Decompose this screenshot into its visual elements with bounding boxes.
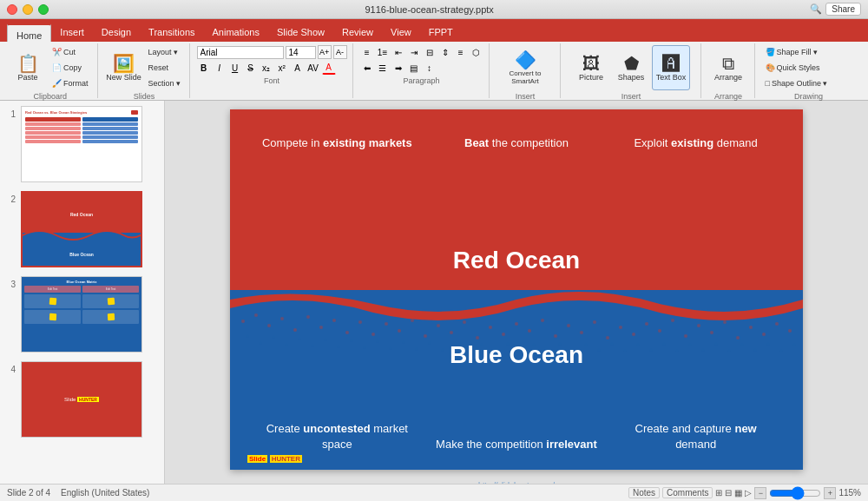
view-slideshow-icon[interactable]: ▷ — [745, 488, 752, 498]
minimize-button[interactable] — [23, 4, 33, 15]
svg-point-23 — [541, 319, 544, 322]
superscript-button[interactable]: x² — [275, 61, 289, 75]
line-spacing-button[interactable]: ↕ — [423, 61, 437, 75]
svg-point-34 — [684, 334, 687, 338]
list-number-button[interactable]: 1≡ — [376, 45, 390, 59]
view-normal-icon[interactable]: ⊞ — [715, 488, 722, 498]
svg-point-24 — [554, 334, 557, 338]
tab-insert[interactable]: Insert — [51, 23, 93, 42]
svg-point-53 — [377, 340, 379, 343]
language-indicator: English (United States) — [61, 488, 149, 498]
font-size-increase[interactable]: A+ — [318, 45, 332, 59]
paragraph-row1: ≡ 1≡ ⇤ ⇥ ⊟ ⇕ ≡ ⬡ — [360, 45, 483, 59]
close-button[interactable] — [7, 4, 17, 15]
zoom-in-button[interactable]: + — [824, 487, 836, 499]
list-bullet-button[interactable]: ≡ — [360, 45, 374, 59]
svg-point-10 — [372, 333, 375, 336]
maximize-button[interactable] — [38, 4, 49, 15]
group-clipboard: 📋 Paste ✂️ Cut 📄 Copy 🖌️ Format — [3, 43, 98, 98]
shape-fill-button[interactable]: 🪣 Shape Fill▾ — [762, 45, 856, 59]
char-spacing-button[interactable]: AV — [306, 61, 320, 75]
convert-smartart-button[interactable]: ⬡ — [470, 45, 483, 59]
cut-icon: ✂️ — [52, 48, 62, 56]
search-icon: 🔍 — [810, 3, 822, 15]
arrange-button[interactable]: ⧉ Arrange — [709, 45, 747, 90]
thumb2-red-label: Red Ocean — [70, 212, 93, 217]
arrange-icon: ⧉ — [722, 54, 734, 73]
strikethrough-button[interactable]: S — [244, 61, 258, 75]
section-button[interactable]: Section▾ — [145, 76, 184, 90]
slide-thumb-2[interactable]: 2 Red Ocean Blue Ocean — [3, 189, 161, 269]
red-ocean-title: Red Ocean — [453, 247, 580, 274]
font-size-input[interactable] — [286, 46, 316, 59]
slide-url[interactable]: http://slidehunter.com/ — [165, 478, 868, 484]
subscript-button[interactable]: x₂ — [260, 61, 273, 75]
svg-point-32 — [658, 329, 661, 333]
paragraph-row2: ⬅ ☰ ➡ ▤ ↕ — [360, 61, 483, 75]
ribbon-tab-bar: Home Insert Design Transitions Animation… — [0, 19, 868, 42]
reset-button[interactable]: Reset — [145, 61, 184, 75]
svg-point-19 — [489, 326, 492, 329]
zoom-out-button[interactable]: − — [754, 487, 766, 499]
font-name-input[interactable] — [197, 46, 284, 59]
slide-thumb-3[interactable]: 3 Blue Ocean Matrix Edit Text Edit Text — [3, 274, 161, 354]
align-right-button[interactable]: ➡ — [391, 61, 405, 75]
align-center-button[interactable]: ☰ — [376, 61, 390, 75]
tab-slideshow[interactable]: Slide Show — [268, 23, 333, 42]
thumb2-blue-label: Blue Ocean — [69, 252, 94, 257]
underline-button[interactable]: U — [228, 61, 242, 75]
svg-point-69 — [585, 344, 588, 346]
paste-button[interactable]: 📋 Paste — [9, 45, 47, 90]
convert-smartart-big-button[interactable]: 🔷 Convert to SmartArt — [506, 45, 544, 90]
justify-button[interactable]: ▤ — [407, 61, 421, 75]
columns-button[interactable]: ⊟ — [423, 45, 437, 59]
format-painter-button[interactable]: 🖌️ Format — [49, 76, 92, 90]
font-name-row: A+ A- — [197, 45, 347, 59]
comments-button[interactable]: Comments — [662, 487, 713, 498]
increase-indent-button[interactable]: ⇥ — [407, 45, 421, 59]
text-shadow-button[interactable]: A — [291, 61, 305, 75]
align-text-button[interactable]: ≡ — [454, 45, 468, 59]
zoom-slider[interactable] — [769, 486, 821, 500]
slide-num-3: 3 — [5, 280, 16, 289]
textbox-button[interactable]: 🅰 Text Box — [652, 45, 690, 90]
tab-view[interactable]: View — [382, 23, 420, 42]
tab-transitions[interactable]: Transitions — [140, 23, 203, 42]
bold-button[interactable]: B — [197, 61, 211, 75]
font-size-decrease[interactable]: A- — [333, 45, 347, 59]
align-left-button[interactable]: ⬅ — [360, 61, 374, 75]
copy-button[interactable]: 📄 Copy — [49, 61, 92, 75]
view-reading-icon[interactable]: ▦ — [734, 488, 742, 498]
svg-point-70 — [598, 349, 601, 352]
notes-button[interactable]: Notes — [628, 487, 660, 498]
slides-sub: Layout▾ Reset Section▾ — [145, 45, 184, 90]
quick-styles-button[interactable]: 🎨 Quick Styles — [762, 61, 856, 75]
italic-button[interactable]: I — [213, 61, 227, 75]
svg-point-48 — [312, 345, 314, 347]
svg-point-12 — [398, 329, 401, 333]
text-direction-button[interactable]: ⇕ — [438, 45, 452, 59]
font-color-button[interactable]: A — [322, 61, 336, 75]
tab-fppt[interactable]: FPPT — [420, 23, 462, 42]
tab-home[interactable]: Home — [7, 23, 51, 43]
tab-animations[interactable]: Animations — [204, 23, 268, 42]
cut-button[interactable]: ✂️ Cut — [49, 45, 92, 59]
slide-url-link[interactable]: http://slidehunter.com/ — [478, 481, 555, 484]
group-picture: 🖼 Picture ⬟ Shapes 🅰 Text Box Insert — [562, 43, 701, 98]
picture-button[interactable]: 🖼 Picture — [572, 45, 610, 90]
svg-point-35 — [697, 324, 700, 327]
shape-outline-button[interactable]: □ Shape Outline▾ — [762, 76, 856, 90]
slide-thumb-1[interactable]: 1 Red Ocean vs. Blue Ocean Strategies — [3, 104, 161, 184]
share-button[interactable]: Share — [825, 3, 861, 16]
decrease-indent-button[interactable]: ⇤ — [391, 45, 405, 59]
slide-thumb-4[interactable]: 4 Slide HUNTER — [3, 359, 161, 439]
svg-point-50 — [338, 346, 340, 348]
new-slide-button[interactable]: 🖼️ New Slide — [105, 45, 143, 90]
layout-button[interactable]: Layout▾ — [145, 45, 184, 59]
slide-logo: Slide HUNTER — [247, 454, 302, 463]
tab-design[interactable]: Design — [93, 23, 140, 42]
svg-point-44 — [260, 342, 262, 345]
view-slide-sorter-icon[interactable]: ⊟ — [725, 488, 732, 498]
tab-review[interactable]: Review — [333, 23, 382, 42]
shapes-button[interactable]: ⬟ Shapes — [612, 45, 650, 90]
